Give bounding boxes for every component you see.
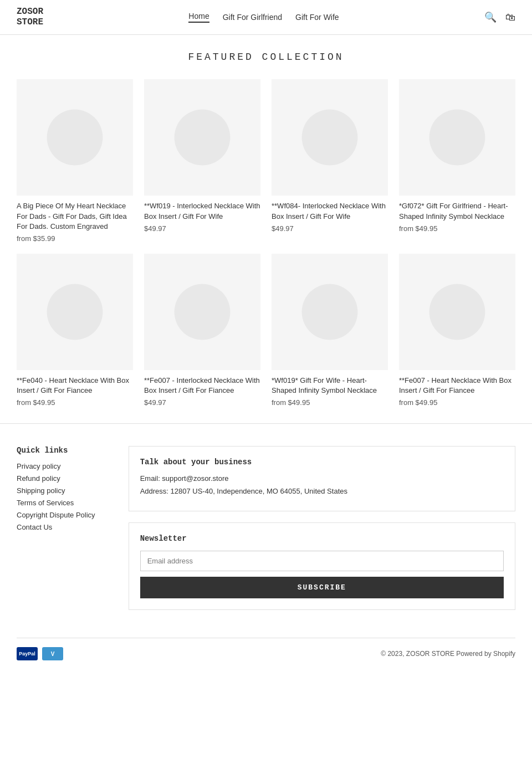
- copyright-dispute-link[interactable]: Copyright Dispute Policy: [17, 511, 95, 519]
- list-item: Shipping policy: [17, 486, 95, 495]
- product-card[interactable]: A Big Piece Of My Heart Necklace For Dad…: [17, 79, 133, 243]
- product-card[interactable]: **Wf019 - Interlocked Necklace With Box …: [144, 79, 260, 243]
- quick-links-title: Quick links: [17, 446, 95, 455]
- product-price: from $49.95: [17, 398, 133, 407]
- product-title: **Wf084- Interlocked Necklace With Box I…: [272, 201, 388, 221]
- nav-home[interactable]: Home: [188, 12, 209, 23]
- cart-icon: 🛍: [505, 12, 515, 23]
- svg-point-7: [429, 284, 485, 340]
- quick-links-col: Quick links Privacy policy Refund policy…: [17, 446, 95, 621]
- product-title: **Fe007 - Interlocked Necklace With Box …: [144, 376, 260, 396]
- product-card[interactable]: **Fe007 - Interlocked Necklace With Box …: [144, 254, 260, 407]
- product-title: **Fe007 - Heart Necklace With Box Insert…: [399, 376, 515, 396]
- terms-link[interactable]: Terms of Services: [17, 499, 74, 507]
- product-title: A Big Piece Of My Heart Necklace For Dad…: [17, 201, 133, 232]
- cart-button[interactable]: 🛍: [505, 12, 515, 23]
- business-email: Email: support@zosor.store: [140, 474, 504, 483]
- product-image: [399, 254, 515, 370]
- business-section: Talk about your business Email: support@…: [129, 446, 515, 511]
- product-card[interactable]: **Fe007 - Heart Necklace With Box Insert…: [399, 254, 515, 407]
- site-logo[interactable]: ZOSOR STORE: [17, 7, 43, 28]
- paypal-icon: PayPal: [17, 647, 38, 660]
- product-price: from $49.95: [272, 398, 388, 407]
- product-price: $49.97: [144, 398, 260, 407]
- section-title: FEATURED COLLECTION: [17, 52, 515, 63]
- email-input[interactable]: [140, 551, 504, 571]
- svg-point-4: [47, 284, 103, 340]
- product-card[interactable]: **Fe040 - Heart Necklace With Box Insert…: [17, 254, 133, 407]
- product-card[interactable]: *Wf019* Gift For Wife - Heart-Shaped Inf…: [272, 254, 388, 407]
- svg-point-6: [302, 284, 358, 340]
- shipping-policy-link[interactable]: Shipping policy: [17, 486, 65, 495]
- search-button[interactable]: 🔍: [484, 11, 497, 23]
- product-image: [144, 254, 260, 370]
- newsletter-section: Newsletter SUBSCRIBE: [129, 522, 515, 610]
- nav-gift-girlfriend[interactable]: Gift For Girlfriend: [223, 13, 282, 22]
- product-price: $49.97: [272, 224, 388, 233]
- list-item: Terms of Services: [17, 498, 95, 507]
- quick-links-list: Privacy policy Refund policy Shipping po…: [17, 462, 95, 531]
- list-item: Privacy policy: [17, 462, 95, 470]
- svg-point-1: [175, 110, 231, 166]
- product-price: from $49.95: [399, 398, 515, 407]
- business-title: Talk about your business: [140, 458, 504, 466]
- contact-us-link[interactable]: Contact Us: [17, 523, 52, 531]
- product-title: **Wf019 - Interlocked Necklace With Box …: [144, 201, 260, 221]
- product-price: from $49.95: [399, 224, 515, 233]
- nav-gift-wife[interactable]: Gift For Wife: [295, 13, 339, 22]
- payment-icons: PayPal V: [17, 647, 63, 660]
- list-item: Refund policy: [17, 474, 95, 483]
- product-image: [399, 79, 515, 196]
- footer-right: Talk about your business Email: support@…: [129, 446, 515, 621]
- footer-bottom: PayPal V © 2023, ZOSOR STORE Powered by …: [17, 638, 515, 660]
- product-price: $49.97: [144, 224, 260, 233]
- main-nav: Home Gift For Girlfriend Gift For Wife: [188, 12, 339, 23]
- subscribe-button[interactable]: SUBSCRIBE: [140, 577, 504, 598]
- product-card[interactable]: **Wf084- Interlocked Necklace With Box I…: [272, 79, 388, 243]
- product-grid: A Big Piece Of My Heart Necklace For Dad…: [17, 79, 515, 407]
- list-item: Copyright Dispute Policy: [17, 510, 95, 519]
- newsletter-title: Newsletter: [140, 534, 504, 543]
- list-item: Contact Us: [17, 522, 95, 531]
- product-card[interactable]: *Gf072* Gift For Girlfriend - Heart-Shap…: [399, 79, 515, 243]
- copyright-text: © 2023, ZOSOR STORE Powered by Shopify: [381, 650, 515, 658]
- search-icon: 🔍: [484, 12, 497, 23]
- business-address: Address: 12807 US-40, Independence, MO 6…: [140, 487, 504, 495]
- product-image: [272, 79, 388, 196]
- privacy-policy-link[interactable]: Privacy policy: [17, 462, 60, 470]
- header-actions: 🔍 🛍: [484, 11, 515, 23]
- svg-point-5: [175, 284, 231, 340]
- svg-point-2: [302, 110, 358, 166]
- svg-point-0: [47, 110, 103, 166]
- product-image: [17, 79, 133, 196]
- product-image: [272, 254, 388, 370]
- product-title: *Gf072* Gift For Girlfriend - Heart-Shap…: [399, 201, 515, 221]
- venmo-icon: V: [42, 647, 63, 660]
- product-image: [17, 254, 133, 370]
- refund-policy-link[interactable]: Refund policy: [17, 474, 60, 483]
- product-image: [144, 79, 260, 196]
- product-price: from $35.99: [17, 234, 133, 243]
- product-title: *Wf019* Gift For Wife - Heart-Shaped Inf…: [272, 376, 388, 396]
- product-title: **Fe040 - Heart Necklace With Box Insert…: [17, 376, 133, 396]
- footer-top: Quick links Privacy policy Refund policy…: [17, 446, 515, 621]
- svg-point-3: [429, 110, 485, 166]
